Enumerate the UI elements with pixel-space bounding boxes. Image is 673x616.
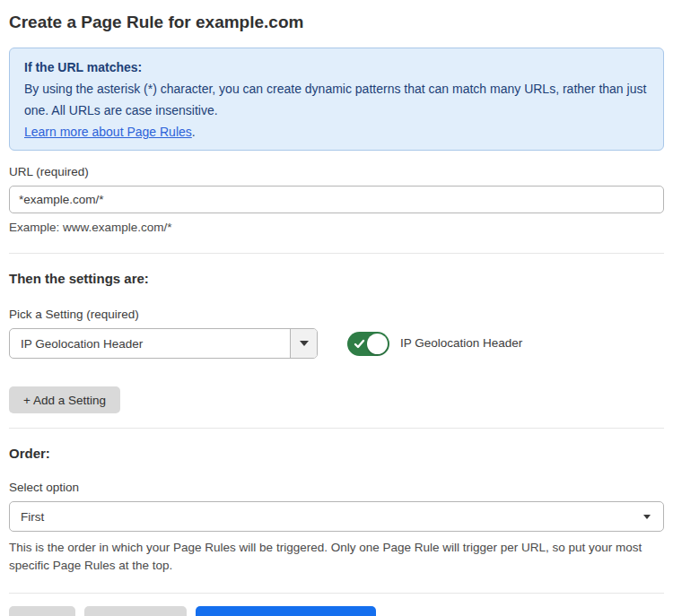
page-rule-form: Create a Page Rule for example.com If th… [0, 0, 673, 616]
page-title: Create a Page Rule for example.com [9, 11, 664, 34]
footer-actions: Cancel Save as Draft Save and Deploy Pag… [9, 606, 664, 616]
add-setting-button[interactable]: + Add a Setting [9, 386, 120, 413]
ip-geolocation-toggle[interactable] [347, 332, 389, 356]
order-select-caret-wrap [643, 515, 663, 519]
url-label: URL (required) [9, 165, 664, 178]
chevron-down-icon [643, 515, 651, 519]
select-option-label: Select option [9, 481, 664, 494]
info-box-heading: If the URL matches: [24, 56, 649, 78]
save-and-deploy-button[interactable]: Save and Deploy Page Rule [196, 606, 377, 616]
setting-select-arrow-button[interactable] [290, 329, 317, 358]
divider [9, 253, 664, 254]
order-select[interactable]: First [9, 501, 664, 532]
setting-select-value: IP Geolocation Header [10, 337, 290, 351]
settings-section-heading: Then the settings are: [9, 271, 664, 286]
order-helper-text: This is the order in which your Page Rul… [9, 539, 664, 575]
chevron-down-icon [300, 341, 309, 346]
url-input[interactable] [9, 186, 664, 213]
cancel-button[interactable]: Cancel [9, 606, 75, 616]
divider [9, 593, 664, 594]
toggle-knob [367, 334, 388, 354]
info-box-link-line: Learn more about Page Rules. [24, 121, 649, 143]
url-match-info-box: If the URL matches: By using the asteris… [9, 48, 664, 151]
learn-more-link[interactable]: Learn more about Page Rules [24, 125, 192, 139]
url-example-helper: Example: www.example.com/* [9, 219, 664, 237]
link-period: . [192, 125, 196, 139]
order-select-value: First [10, 510, 643, 524]
toggle-group: IP Geolocation Header [347, 332, 522, 356]
setting-select[interactable]: IP Geolocation Header [9, 328, 318, 359]
check-icon [354, 338, 365, 350]
order-section-heading: Order: [9, 446, 664, 461]
toggle-label: IP Geolocation Header [400, 336, 522, 350]
pick-setting-label: Pick a Setting (required) [9, 308, 318, 321]
setting-picker-column: Pick a Setting (required) IP Geolocation… [9, 308, 318, 359]
info-box-body: By using the asterisk (*) character, you… [24, 78, 649, 121]
setting-row: Pick a Setting (required) IP Geolocation… [9, 308, 664, 359]
divider [9, 428, 664, 429]
save-as-draft-button[interactable]: Save as Draft [84, 606, 187, 616]
